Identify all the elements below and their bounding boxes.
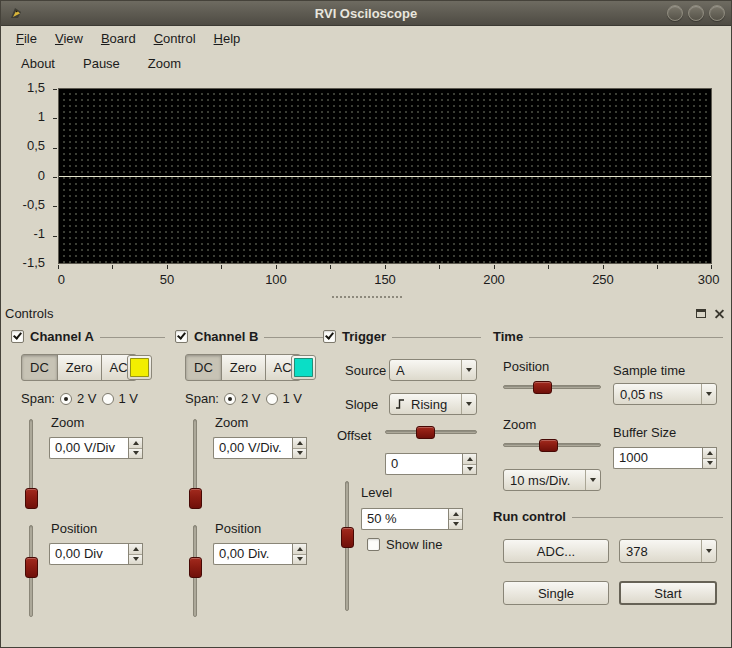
channel-b-span-1v-radio[interactable] (266, 393, 278, 405)
menu-view[interactable]: View (46, 29, 92, 48)
adc-value-select[interactable]: 378 (619, 539, 717, 563)
spin-value[interactable]: 0 (385, 453, 462, 475)
slider-handle[interactable] (416, 426, 435, 439)
channel-b-span-2v-radio[interactable] (224, 393, 236, 405)
channel-b-position-slider[interactable] (189, 525, 202, 617)
trigger-offset-slider[interactable] (385, 426, 477, 439)
trigger-source-select[interactable]: A (389, 359, 477, 381)
time-per-div-select[interactable]: 10 ms/Div. (503, 469, 601, 491)
level-label: Level (361, 485, 392, 500)
show-line-checkbox[interactable] (367, 538, 380, 551)
toolbar-about-button[interactable]: About (15, 53, 61, 74)
group-divider (264, 337, 329, 338)
channel-a-position-slider[interactable] (25, 525, 38, 617)
close-icon[interactable] (714, 308, 725, 319)
x-axis-label: 300 (698, 272, 720, 287)
channel-b-enable-checkbox[interactable] (175, 330, 188, 343)
spin-value[interactable]: 1000 (613, 447, 702, 469)
spin-value[interactable]: 50 % (361, 508, 448, 530)
channel-a-dc-button[interactable]: DC (21, 354, 58, 381)
float-icon[interactable] (696, 309, 706, 318)
group-title: Trigger (342, 329, 386, 344)
channel-b-color-button[interactable] (291, 355, 316, 380)
spin-up-button[interactable] (293, 438, 306, 448)
spin-down-button[interactable] (293, 554, 306, 565)
spin-up-button[interactable] (129, 438, 142, 448)
color-swatch (130, 358, 149, 377)
slider-handle[interactable] (533, 381, 552, 394)
arrow-down-icon (707, 461, 713, 465)
channel-a-span-2v-radio[interactable] (60, 393, 72, 405)
trigger-slope-select[interactable]: Rising (389, 393, 477, 415)
trigger-enable-checkbox[interactable] (323, 330, 336, 343)
time-zoom-slider[interactable] (503, 439, 601, 452)
channel-a-span-row: Span: 2 V 1 V (21, 391, 138, 406)
channel-b-dc-button[interactable]: DC (185, 354, 222, 381)
arrow-down-icon (297, 451, 303, 455)
buffer-size-label: Buffer Size (613, 425, 676, 440)
maximize-button[interactable] (688, 5, 704, 21)
start-button[interactable]: Start (619, 581, 717, 605)
sample-time-label: Sample time (613, 363, 685, 378)
menu-control[interactable]: Control (145, 29, 205, 48)
run-control-group: Run control ADC... 378 Single Start (491, 507, 725, 625)
channel-a-enable-checkbox[interactable] (11, 330, 24, 343)
single-button[interactable]: Single (503, 581, 609, 605)
time-position-slider[interactable] (503, 381, 601, 394)
channel-a-zoom-slider[interactable] (25, 419, 38, 509)
spin-value[interactable]: 0,00 V/Div (49, 437, 128, 459)
spin-down-button[interactable] (293, 448, 306, 459)
position-label: Position (215, 521, 261, 536)
arrow-down-icon (297, 557, 303, 561)
slider-handle[interactable] (189, 557, 202, 578)
spin-buttons (292, 437, 307, 459)
channel-b-zero-button[interactable]: Zero (221, 354, 266, 381)
sample-time-select[interactable]: 0,05 ns (613, 383, 717, 405)
minimize-button[interactable] (667, 5, 683, 21)
close-button[interactable] (709, 5, 725, 21)
channel-b-zoom-slider[interactable] (189, 419, 202, 509)
menu-file[interactable]: File (7, 29, 46, 48)
menu-board[interactable]: Board (92, 29, 145, 48)
toolbar-zoom-button[interactable]: Zoom (142, 53, 187, 74)
trigger-level-slider[interactable] (341, 481, 354, 611)
spin-down-button[interactable] (463, 464, 476, 475)
slider-handle[interactable] (189, 488, 202, 509)
spin-value[interactable]: 0,00 Div. (213, 543, 292, 565)
adc-button[interactable]: ADC... (503, 539, 609, 563)
spin-up-button[interactable] (449, 509, 462, 519)
slider-handle[interactable] (539, 439, 558, 452)
spin-down-button[interactable] (449, 519, 462, 530)
spin-value[interactable]: 0,00 V/Div. (213, 437, 292, 459)
channel-a-span-1v-radio[interactable] (102, 393, 114, 405)
toolbar-pause-button[interactable]: Pause (77, 53, 126, 74)
dock-splitter-handle[interactable] (332, 296, 402, 298)
time-zoom-label: Zoom (503, 417, 536, 432)
trigger-offset-spinbox: 0 (385, 453, 477, 475)
show-line-row: Show line (367, 537, 442, 552)
time-position-label: Position (503, 359, 549, 374)
spin-buttons (462, 453, 477, 475)
arrow-down-icon (453, 522, 459, 526)
spin-down-button[interactable] (129, 448, 142, 459)
checkmark-icon (13, 330, 22, 339)
spin-up-button[interactable] (293, 544, 306, 554)
y-axis-label: -1,5 (23, 255, 45, 270)
spin-value[interactable]: 0,00 Div (49, 543, 128, 565)
offset-label: Offset (337, 428, 371, 443)
spin-up-button[interactable] (463, 454, 476, 464)
spin-down-button[interactable] (703, 458, 716, 469)
spin-up-button[interactable] (703, 448, 716, 458)
channel-a-zoom-spinbox: 0,00 V/Div (49, 437, 143, 459)
group-title: Channel A (30, 329, 94, 344)
radio-label: 2 V (241, 391, 261, 406)
menu-help[interactable]: Help (205, 29, 250, 48)
channel-a-zero-button[interactable]: Zero (57, 354, 102, 381)
slider-handle[interactable] (341, 527, 354, 548)
slider-handle[interactable] (25, 557, 38, 578)
channel-a-color-button[interactable] (127, 355, 152, 380)
arrow-up-icon (467, 457, 473, 461)
spin-down-button[interactable] (129, 554, 142, 565)
slider-handle[interactable] (25, 488, 38, 509)
spin-up-button[interactable] (129, 544, 142, 554)
